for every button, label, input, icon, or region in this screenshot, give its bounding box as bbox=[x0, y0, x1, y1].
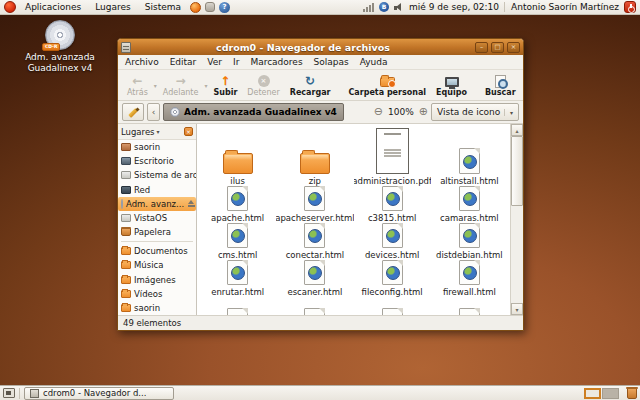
zoom-out-icon[interactable]: ⊖ bbox=[374, 103, 383, 121]
menu-ver[interactable]: Ver bbox=[207, 57, 222, 67]
computer-button[interactable]: Equipo bbox=[431, 74, 472, 97]
html-file-icon bbox=[382, 308, 403, 315]
mail-launcher-icon[interactable] bbox=[205, 2, 215, 12]
search-button[interactable]: Buscar bbox=[480, 74, 521, 97]
top-panel: Aplicaciones Lugares Sistema ? B mié 9 d… bbox=[0, 0, 640, 15]
sidebar-header[interactable]: Lugares ▾ × bbox=[118, 124, 196, 140]
sidebar-item-musica[interactable]: Música bbox=[118, 258, 196, 272]
file-item-partial[interactable] bbox=[431, 297, 508, 315]
shutdown-icon[interactable] bbox=[624, 1, 636, 13]
file-item[interactable]: camaras.html bbox=[431, 186, 508, 223]
menu-ayuda[interactable]: Ayuda bbox=[360, 57, 388, 67]
file-item[interactable]: escaner.html bbox=[276, 260, 353, 297]
home-icon bbox=[121, 143, 131, 151]
sidebar-item-home[interactable]: saorin bbox=[118, 140, 196, 154]
breadcrumb[interactable]: Adm. avanzada Guadalinex v4 bbox=[163, 103, 344, 121]
menu-ir[interactable]: Ir bbox=[233, 57, 239, 67]
scroll-down-icon[interactable]: ▾ bbox=[511, 303, 523, 315]
sidebar-item-videos[interactable]: Vídeos bbox=[118, 287, 196, 301]
file-item[interactable]: apacheserver.html bbox=[276, 186, 353, 223]
up-button[interactable]: ↑ Subir bbox=[208, 74, 242, 97]
eject-icon[interactable] bbox=[187, 200, 196, 208]
sidebar-item-imagenes[interactable]: Imágenes bbox=[118, 273, 196, 287]
menu-sistema[interactable]: Sistema bbox=[140, 2, 186, 12]
home-button[interactable]: Carpeta personal bbox=[344, 74, 432, 97]
file-item[interactable]: fileconfig.html bbox=[354, 260, 431, 297]
edit-location-button[interactable] bbox=[122, 103, 144, 121]
files-view: ilus zip administracion.pdf altinstall.h… bbox=[197, 124, 523, 315]
file-item[interactable]: ilus bbox=[199, 126, 276, 186]
trash-applet-icon[interactable] bbox=[627, 388, 637, 399]
close-button[interactable]: × bbox=[507, 42, 520, 53]
file-item[interactable]: devices.html bbox=[354, 223, 431, 260]
file-item[interactable]: conectar.html bbox=[276, 223, 353, 260]
menu-archivo[interactable]: Archivo bbox=[125, 57, 159, 67]
sidebar-item-escritorio[interactable]: Escritorio bbox=[118, 154, 196, 168]
back-button[interactable]: ← Atrás bbox=[122, 74, 153, 97]
file-item[interactable]: administracion.pdf bbox=[354, 126, 431, 186]
search-icon bbox=[495, 75, 506, 88]
file-item[interactable]: c3815.html bbox=[354, 186, 431, 223]
window-content: Lugares ▾ × saorin Escritorio Sistema de… bbox=[118, 124, 523, 315]
sidebar-item-documentos[interactable]: Documentos bbox=[118, 244, 196, 258]
folder-icon bbox=[300, 153, 330, 174]
file-item[interactable]: apache.html bbox=[199, 186, 276, 223]
file-item[interactable]: cms.html bbox=[199, 223, 276, 260]
distro-logo-icon[interactable] bbox=[4, 1, 16, 13]
taskbar-window-button[interactable]: cdrom0 - Navegador d... bbox=[24, 387, 174, 400]
html-file-icon bbox=[304, 223, 325, 248]
zoom-in-icon[interactable]: ⊕ bbox=[419, 103, 428, 121]
forward-button[interactable]: → Adelante bbox=[158, 74, 204, 97]
sidebar-item-saorin[interactable]: saorin bbox=[118, 301, 196, 315]
volume-icon[interactable] bbox=[394, 3, 404, 12]
menu-editar[interactable]: Editar bbox=[170, 57, 197, 67]
html-file-icon bbox=[382, 186, 403, 211]
file-item-partial[interactable] bbox=[354, 297, 431, 315]
reload-button[interactable]: ↻ Recargar bbox=[285, 74, 336, 97]
cd-disc-icon: CD-R bbox=[45, 20, 75, 50]
file-item[interactable]: firewall.html bbox=[431, 260, 508, 297]
menu-marcadores[interactable]: Marcadores bbox=[250, 57, 302, 67]
vertical-scrollbar[interactable]: ▴ ▾ bbox=[510, 124, 523, 315]
pencil-icon bbox=[128, 107, 139, 118]
sidebar-item-papelera[interactable]: Papelera bbox=[118, 225, 196, 239]
clock[interactable]: mié 9 de sep, 02:10 bbox=[409, 2, 499, 12]
file-item[interactable]: altinstall.html bbox=[431, 126, 508, 186]
menu-aplicaciones[interactable]: Aplicaciones bbox=[20, 2, 86, 12]
file-item[interactable]: zip bbox=[276, 126, 353, 186]
help-launcher-icon[interactable]: ? bbox=[219, 2, 230, 13]
workspace-switcher bbox=[584, 388, 619, 399]
file-item[interactable]: distdebian.html bbox=[431, 223, 508, 260]
minimize-button[interactable]: – bbox=[475, 42, 488, 53]
scrollbar-thumb[interactable] bbox=[511, 136, 523, 206]
window-icon bbox=[121, 42, 131, 53]
path-scroll-left-button[interactable]: ‹ bbox=[147, 103, 160, 121]
menu-lugares[interactable]: Lugares bbox=[90, 2, 136, 12]
maximize-button[interactable]: □ bbox=[491, 42, 504, 53]
workspace-2[interactable] bbox=[602, 388, 619, 399]
file-item-partial[interactable] bbox=[199, 297, 276, 315]
folder-icon bbox=[121, 304, 131, 312]
firefox-launcher-icon[interactable] bbox=[190, 2, 201, 13]
sidebar-item-vistaos[interactable]: VistaOS bbox=[118, 211, 196, 225]
file-item-partial[interactable] bbox=[276, 297, 353, 315]
workspace-1[interactable] bbox=[584, 388, 601, 399]
file-item[interactable]: enrutar.html bbox=[199, 260, 276, 297]
user-menu[interactable]: Antonio Saorín Martínez bbox=[504, 2, 619, 12]
menu-solapas[interactable]: Solapas bbox=[314, 57, 349, 67]
desktop-icon-cdrom[interactable]: CD-R Adm. avanzada Guadalinex v4 bbox=[12, 20, 108, 74]
sidebar-close-icon[interactable]: × bbox=[184, 127, 193, 136]
stop-button[interactable]: × Detener bbox=[242, 74, 284, 97]
html-file-icon bbox=[459, 308, 480, 315]
sidebar-item-adm-avanzada[interactable]: Adm. avanz... bbox=[118, 197, 196, 211]
show-desktop-icon[interactable] bbox=[3, 388, 15, 398]
system-tray: B mié 9 de sep, 02:10 Antonio Saorín Mar… bbox=[363, 1, 636, 13]
cd-mini-icon bbox=[170, 107, 180, 117]
sidebar-item-red[interactable]: Red bbox=[118, 183, 196, 197]
network-signal-icon[interactable] bbox=[363, 3, 374, 12]
sidebar-item-filesystem[interactable]: Sistema de archi... bbox=[118, 168, 196, 182]
view-mode-dropdown[interactable]: Vista de icono ▾ bbox=[431, 103, 519, 121]
bluetooth-icon[interactable]: B bbox=[379, 2, 389, 12]
scroll-up-icon[interactable]: ▴ bbox=[511, 124, 523, 136]
titlebar[interactable]: cdrom0 - Navegador de archivos – □ × bbox=[118, 39, 523, 55]
